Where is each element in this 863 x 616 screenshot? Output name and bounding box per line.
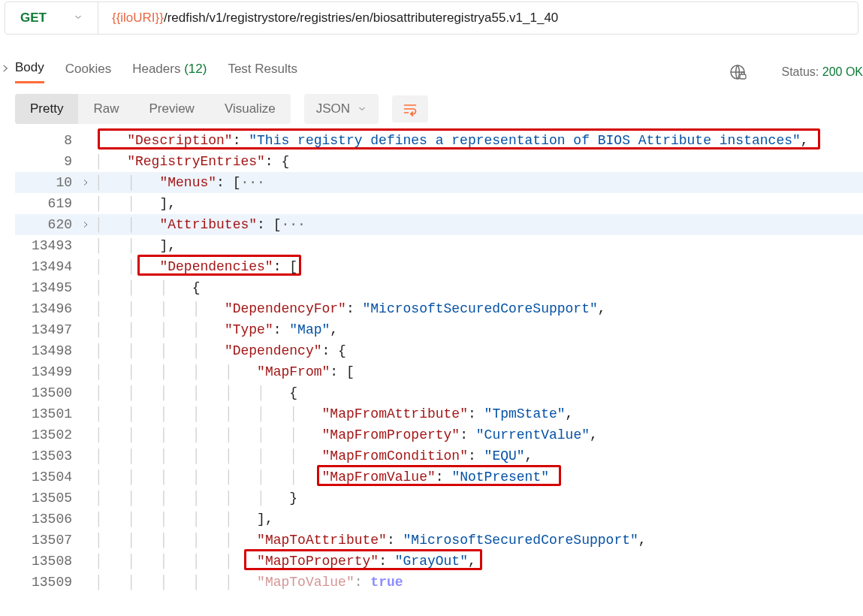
tab-headers[interactable]: Headers (12) <box>132 62 207 83</box>
code-line: 13505│ │ │ │ │ │ } <box>15 488 863 509</box>
line-number: 9 <box>15 151 77 172</box>
code-line: 8│ "Description": "This registry defines… <box>15 130 863 151</box>
code-line: 13501│ │ │ │ │ │ │ "MapFromAttribute": "… <box>15 403 863 424</box>
line-number: 10 <box>15 172 77 193</box>
line-number: 620 <box>15 214 77 235</box>
view-pretty[interactable]: Pretty <box>15 94 78 124</box>
code-line: 13496│ │ │ │ "DependencyFor": "Microsoft… <box>15 298 863 319</box>
code-content: │ │ │ │ "Type": "Map", <box>95 319 863 340</box>
code-content: │ │ │ { <box>95 277 863 298</box>
fold-toggle[interactable] <box>77 220 95 229</box>
line-number: 13506 <box>15 509 77 530</box>
code-content: │ │ │ │ │ │ │ "MapFromProperty": "Curren… <box>95 424 863 445</box>
code-content: │ │ │ │ │ │ │ "MapFromCondition": "EQU", <box>95 445 863 467</box>
code-line: 13507│ │ │ │ │ "MapToAttribute": "Micros… <box>15 530 863 551</box>
code-content: │ │ "Attributes": [··· <box>95 214 863 235</box>
code-line: 619│ │ ], <box>15 193 863 214</box>
code-content: │ │ │ │ "Dependency": { <box>95 340 863 361</box>
http-method-label: GET <box>20 11 47 26</box>
line-number: 13496 <box>15 298 77 319</box>
code-content: │ │ │ │ │ "MapToValue": true <box>95 572 863 593</box>
code-line: 620│ │ "Attributes": [··· <box>15 214 863 235</box>
line-number: 13498 <box>15 340 77 361</box>
code-line: 13509│ │ │ │ │ "MapToValue": true <box>15 572 863 593</box>
code-line: 13497│ │ │ │ "Type": "Map", <box>15 319 863 340</box>
code-content: │ │ "Dependencies": [ <box>95 256 863 277</box>
globe-icon[interactable] <box>729 63 747 81</box>
line-number: 13494 <box>15 256 77 277</box>
code-content: │ │ │ │ │ "MapToProperty": "GrayOut", <box>95 551 863 572</box>
code-content: │ │ │ │ │ ], <box>95 509 863 530</box>
code-content: │ │ │ │ │ │ │ "MapFromValue": "NotPresen… <box>95 467 863 488</box>
fold-toggle[interactable] <box>77 178 95 187</box>
code-line: 13502│ │ │ │ │ │ │ "MapFromProperty": "C… <box>15 424 863 445</box>
status-indicator: Status: 200 OK <box>781 65 863 79</box>
view-visualize[interactable]: Visualize <box>210 94 291 124</box>
response-body[interactable]: 8│ "Description": "This registry defines… <box>15 130 863 593</box>
http-method-selector[interactable]: GET <box>5 2 98 34</box>
view-raw[interactable]: Raw <box>78 94 134 124</box>
code-line: 13504│ │ │ │ │ │ │ "MapFromValue": "NotP… <box>15 467 863 488</box>
code-content: │ │ │ │ │ │ { <box>95 382 863 403</box>
response-toolbar: Pretty Raw Preview Visualize JSON <box>15 94 863 124</box>
tab-cookies[interactable]: Cookies <box>65 62 111 83</box>
chevron-down-icon <box>74 13 83 24</box>
line-number: 13505 <box>15 488 77 509</box>
code-line: 13498│ │ │ │ "Dependency": { <box>15 340 863 361</box>
collapse-handle[interactable] <box>0 60 15 593</box>
line-number: 13504 <box>15 467 77 488</box>
line-number: 13502 <box>15 424 77 445</box>
line-number: 13497 <box>15 319 77 340</box>
code-line: 13506│ │ │ │ │ ], <box>15 509 863 530</box>
code-content: │ │ ], <box>95 235 863 256</box>
code-content: │ │ "Menus": [··· <box>95 172 863 193</box>
line-number: 619 <box>15 193 77 214</box>
line-number: 13501 <box>15 403 77 424</box>
code-line: 13499│ │ │ │ │ "MapFrom": [ <box>15 361 863 382</box>
response-tabs: Body Cookies Headers (12) Test Results S… <box>15 60 863 83</box>
format-select[interactable]: JSON <box>304 94 379 124</box>
line-number: 13507 <box>15 530 77 551</box>
line-number: 13508 <box>15 551 77 572</box>
code-line: 13495│ │ │ { <box>15 277 863 298</box>
line-number: 13499 <box>15 361 77 382</box>
svg-rect-1 <box>740 74 746 79</box>
view-preview[interactable]: Preview <box>134 94 209 124</box>
code-line: 10│ │ "Menus": [··· <box>15 172 863 193</box>
url-bar: GET {{iloURI}}/redfish/v1/registrystore/… <box>5 2 858 35</box>
code-content: │ │ │ │ │ │ │ "MapFromAttribute": "TpmSt… <box>95 403 863 424</box>
code-content: │ │ │ │ │ "MapFrom": [ <box>95 361 863 382</box>
view-mode-segment: Pretty Raw Preview Visualize <box>15 94 291 124</box>
line-number: 13495 <box>15 277 77 298</box>
code-content: │ "RegistryEntries": { <box>95 151 863 172</box>
code-line: 13493│ │ ], <box>15 235 863 256</box>
code-line: 13494│ │ "Dependencies": [ <box>15 256 863 277</box>
line-number: 13509 <box>15 572 77 593</box>
line-number: 13493 <box>15 235 77 256</box>
line-number: 13503 <box>15 445 77 467</box>
code-line: 13500│ │ │ │ │ │ { <box>15 382 863 403</box>
code-line: 13503│ │ │ │ │ │ │ "MapFromCondition": "… <box>15 445 863 467</box>
line-number: 13500 <box>15 382 77 403</box>
code-content: │ │ │ │ │ "MapToAttribute": "MicrosoftSe… <box>95 530 863 551</box>
url-path: /redfish/v1/registrystore/registries/en/… <box>164 11 558 25</box>
url-variable: {{iloURI}} <box>112 11 164 25</box>
code-content: │ "Description": "This registry defines … <box>95 130 863 151</box>
url-input[interactable]: {{iloURI}}/redfish/v1/registrystore/regi… <box>98 11 858 26</box>
code-line: 9│ "RegistryEntries": { <box>15 151 863 172</box>
wrap-lines-button[interactable] <box>392 95 428 122</box>
code-content: │ │ ], <box>95 193 863 214</box>
tab-body[interactable]: Body <box>15 60 44 83</box>
line-number: 8 <box>15 130 77 151</box>
tab-test-results[interactable]: Test Results <box>228 62 297 83</box>
code-content: │ │ │ │ "DependencyFor": "MicrosoftSecur… <box>95 298 863 319</box>
code-line: 13508│ │ │ │ │ "MapToProperty": "GrayOut… <box>15 551 863 572</box>
code-content: │ │ │ │ │ │ } <box>95 488 863 509</box>
